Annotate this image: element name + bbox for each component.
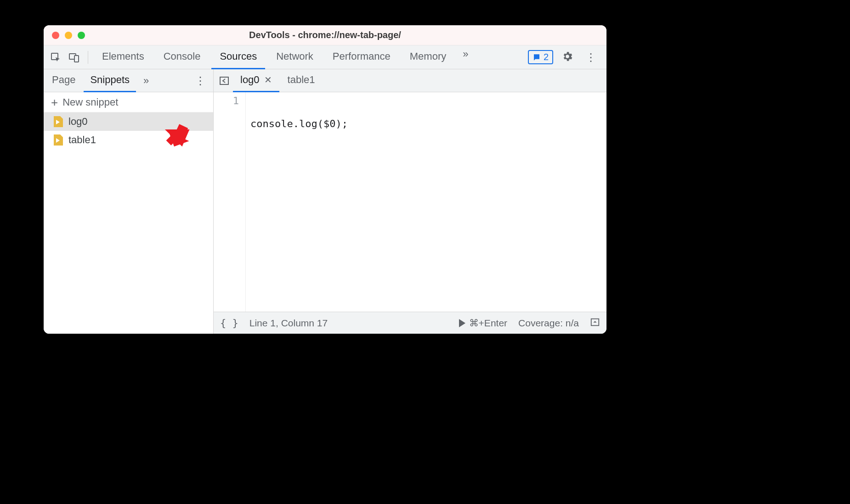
tab-elements[interactable]: Elements: [94, 45, 153, 69]
file-tabstrip: log0 ✕ table1: [214, 69, 606, 92]
svg-rect-2: [74, 56, 79, 62]
pretty-print-icon[interactable]: { }: [220, 317, 238, 329]
navigator-sidebar: Page Snippets » ⋮ + New snippet log0 tab…: [44, 69, 214, 334]
line-number: 1: [214, 95, 239, 106]
panel-body: Page Snippets » ⋮ + New snippet log0 tab…: [44, 69, 606, 334]
window-title: DevTools - chrome://new-tab-page/: [44, 30, 606, 40]
main-menu-kebab-icon[interactable]: ⋮: [582, 49, 600, 66]
close-window-button[interactable]: [52, 32, 59, 39]
messages-count: 2: [544, 52, 549, 62]
code-content[interactable]: console.log($0);: [246, 92, 606, 312]
snippet-file-icon: [54, 134, 63, 146]
file-tab-table1[interactable]: table1: [280, 69, 323, 92]
more-tabs-icon[interactable]: »: [460, 45, 471, 69]
toolbar-separator: [88, 51, 88, 64]
main-tabs: Elements Console Sources Network Perform…: [94, 45, 526, 69]
svg-rect-3: [220, 77, 228, 84]
snippet-item-table1[interactable]: table1: [44, 131, 213, 149]
play-icon: [459, 319, 465, 327]
snippet-file-icon: [54, 116, 63, 127]
file-tab-label: log0: [240, 74, 260, 86]
run-snippet-button[interactable]: ⌘+Enter: [459, 318, 507, 329]
show-drawer-icon[interactable]: [590, 317, 600, 329]
snippet-name: table1: [68, 134, 96, 146]
line-number-gutter: 1: [214, 92, 246, 312]
navigator-tab-page[interactable]: Page: [45, 69, 82, 92]
plus-icon: +: [51, 96, 58, 108]
messages-badge[interactable]: 2: [528, 50, 553, 64]
device-toolbar-icon[interactable]: [66, 49, 82, 66]
snippet-item-log0[interactable]: log0: [44, 112, 213, 131]
window-titlebar: DevTools - chrome://new-tab-page/: [44, 25, 606, 45]
toolbar-right: 2 ⋮: [528, 49, 603, 66]
run-shortcut-hint: ⌘+Enter: [469, 318, 507, 329]
coverage-status: Coverage: n/a: [518, 318, 579, 329]
code-line: console.log($0);: [250, 118, 606, 129]
zoom-window-button[interactable]: [78, 32, 85, 39]
tab-sources[interactable]: Sources: [211, 45, 265, 69]
tab-console[interactable]: Console: [155, 45, 209, 69]
new-snippet-button[interactable]: + New snippet: [44, 92, 213, 112]
navigate-back-icon[interactable]: [216, 73, 232, 89]
snippet-name: log0: [68, 116, 88, 128]
tab-network[interactable]: Network: [268, 45, 322, 69]
file-tab-log0[interactable]: log0 ✕: [233, 69, 279, 92]
navigator-menu-kebab-icon[interactable]: ⋮: [189, 72, 211, 90]
new-snippet-label: New snippet: [62, 96, 118, 108]
tab-performance[interactable]: Performance: [324, 45, 399, 69]
tab-memory[interactable]: Memory: [402, 45, 454, 69]
navigator-tab-snippets[interactable]: Snippets: [84, 69, 136, 92]
main-toolbar: Elements Console Sources Network Perform…: [44, 45, 606, 69]
inspect-element-icon[interactable]: [47, 49, 64, 66]
navigator-more-icon[interactable]: »: [141, 72, 152, 90]
settings-gear-icon[interactable]: [560, 49, 575, 66]
cursor-position: Line 1, Column 17: [249, 318, 328, 329]
editor-pane: log0 ✕ table1 1 console.log($0); { } Lin…: [214, 69, 606, 334]
file-tab-label: table1: [288, 74, 315, 86]
editor-statusbar: { } Line 1, Column 17 ⌘+Enter Coverage: …: [214, 312, 606, 334]
traffic-lights: [52, 32, 85, 39]
code-editor[interactable]: 1 console.log($0);: [214, 92, 606, 312]
navigator-tabs: Page Snippets » ⋮: [44, 69, 213, 92]
minimize-window-button[interactable]: [65, 32, 72, 39]
close-tab-icon[interactable]: ✕: [264, 74, 272, 85]
snippet-list: log0 table1: [44, 112, 213, 334]
devtools-window: DevTools - chrome://new-tab-page/ Elemen…: [44, 25, 606, 334]
